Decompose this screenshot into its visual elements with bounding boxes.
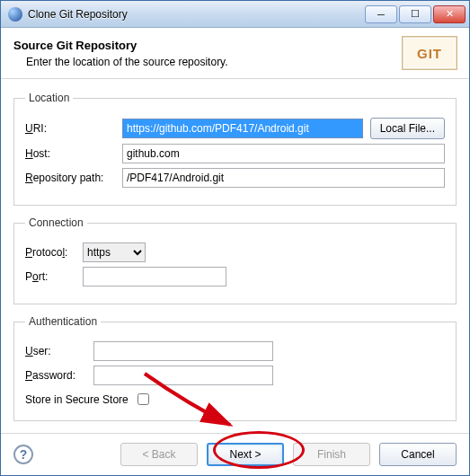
close-button[interactable]: ✕ [433, 5, 466, 23]
page-subtitle: Enter the location of the source reposit… [26, 56, 403, 68]
password-input[interactable] [93, 366, 273, 385]
port-label: Port: [25, 270, 75, 283]
wizard-header: Source Git Repository Enter the location… [1, 28, 469, 79]
store-secure-label: Store in Secure Store [25, 393, 129, 406]
page-title: Source Git Repository [13, 39, 403, 52]
local-file-button[interactable]: Local File... [370, 118, 445, 139]
auth-group: Authentication User: Password: Store in … [13, 315, 457, 421]
back-button: < Back [120, 443, 198, 466]
password-label: Password: [25, 369, 86, 382]
port-input[interactable] [83, 267, 226, 286]
host-input[interactable] [122, 144, 445, 163]
location-legend: Location [25, 92, 73, 104]
repo-path-label: Repository path: [25, 172, 115, 184]
repo-path-input[interactable] [122, 168, 445, 188]
dialog-window: Clone Git Repository ─ ☐ ✕ Source Git Re… [0, 0, 470, 476]
connection-group: Connection Protocol: https Port: [13, 216, 457, 304]
user-label: User: [25, 345, 86, 357]
help-icon[interactable]: ? [13, 445, 33, 464]
store-secure-checkbox[interactable] [137, 393, 149, 405]
window-controls: ─ ☐ ✕ [365, 5, 469, 23]
finish-button: Finish [293, 443, 370, 466]
dialog-content: Location URI: Local File... Host: Reposi… [1, 79, 469, 433]
protocol-label: Protocol: [25, 246, 75, 259]
uri-label: URI: [25, 122, 115, 135]
app-icon [8, 7, 22, 22]
next-button[interactable]: Next > [207, 443, 284, 466]
maximize-button[interactable]: ☐ [399, 5, 431, 23]
titlebar[interactable]: Clone Git Repository ─ ☐ ✕ [1, 1, 469, 28]
uri-input[interactable] [122, 119, 363, 138]
window-title: Clone Git Repository [28, 8, 365, 21]
button-bar: ? < Back Next > Finish Cancel [1, 433, 469, 475]
minimize-button[interactable]: ─ [365, 5, 397, 23]
connection-legend: Connection [25, 216, 87, 229]
location-group: Location URI: Local File... Host: Reposi… [13, 92, 457, 206]
host-label: Host: [25, 147, 115, 160]
auth-legend: Authentication [25, 315, 101, 328]
protocol-select[interactable]: https [83, 242, 146, 262]
user-input[interactable] [93, 341, 273, 361]
git-icon: GIT [403, 37, 457, 69]
cancel-button[interactable]: Cancel [379, 443, 457, 466]
